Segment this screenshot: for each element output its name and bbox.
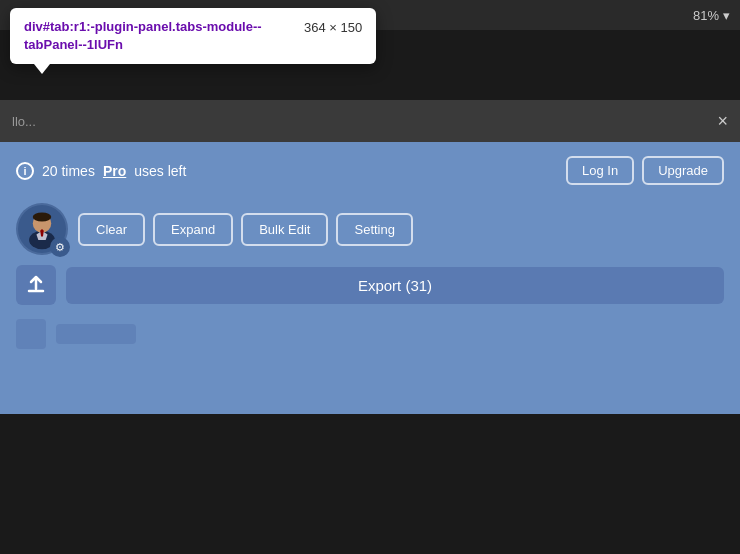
svg-point-3	[33, 212, 51, 221]
setting-button[interactable]: Setting	[336, 213, 412, 246]
info-suffix: uses left	[134, 163, 186, 179]
panel-header: llo... ×	[0, 100, 740, 142]
tooltip-dimensions: 364 × 150	[304, 18, 362, 35]
action-row: ⚙ Clear Expand Bulk Edit Setting	[0, 197, 740, 265]
partial-icon-1	[16, 319, 46, 349]
info-buttons: Log In Upgrade	[566, 156, 724, 185]
bulk-edit-button[interactable]: Bulk Edit	[241, 213, 328, 246]
pro-label: Pro	[103, 163, 126, 179]
login-button[interactable]: Log In	[566, 156, 634, 185]
dark-bottom-area	[0, 414, 740, 554]
bottom-partial-row	[0, 315, 740, 353]
expand-button[interactable]: Expand	[153, 213, 233, 246]
panel-title: llo...	[12, 114, 36, 129]
info-icon: i	[16, 162, 34, 180]
chevron-down-icon[interactable]: ▾	[723, 8, 730, 23]
upload-icon-button[interactable]	[16, 265, 56, 305]
close-button[interactable]: ×	[717, 112, 728, 130]
info-message: i 20 times Pro uses left	[16, 162, 186, 180]
info-bar: i 20 times Pro uses left Log In Upgrade	[0, 142, 740, 197]
partial-bar	[56, 324, 136, 344]
element-inspector-tooltip: div#tab:r1:-plugin-panel.tabs-module--ta…	[10, 8, 376, 64]
avatar-container: ⚙	[16, 203, 68, 255]
zoom-display: 81% ▾	[693, 8, 730, 23]
upgrade-button[interactable]: Upgrade	[642, 156, 724, 185]
tooltip-selector: div#tab:r1:-plugin-panel.tabs-module--ta…	[24, 18, 284, 54]
gear-icon[interactable]: ⚙	[50, 237, 70, 257]
zoom-level: 81%	[693, 8, 719, 23]
info-prefix: 20 times	[42, 163, 95, 179]
panel-content: i 20 times Pro uses left Log In Upgrade	[0, 142, 740, 353]
upload-icon	[25, 274, 47, 296]
action-buttons: Clear Expand Bulk Edit Setting	[78, 213, 413, 246]
export-button[interactable]: Export (31)	[66, 267, 724, 304]
clear-button[interactable]: Clear	[78, 213, 145, 246]
export-row: Export (31)	[0, 265, 740, 315]
